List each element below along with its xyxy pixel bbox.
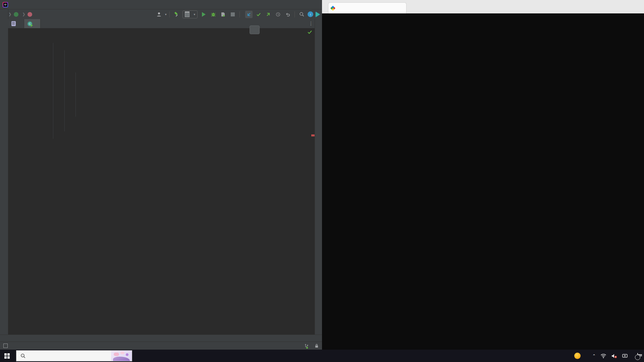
terminal-output[interactable] <box>322 13 644 350</box>
search-everywhere-icon[interactable] <box>298 11 305 18</box>
search-highlights-art[interactable] <box>111 351 132 361</box>
play-icon <box>202 12 206 17</box>
close-button[interactable] <box>629 0 644 13</box>
git-branch-icon <box>305 344 309 348</box>
error-stripe-mark <box>311 134 315 136</box>
notification-badge <box>635 355 640 360</box>
git-update-button[interactable] <box>245 11 253 18</box>
tool-window-bar <box>0 335 322 342</box>
stop-button[interactable] <box>229 11 236 18</box>
git-branch-widget[interactable] <box>305 344 310 348</box>
git-commit-button[interactable] <box>255 11 262 18</box>
rollback-button[interactable] <box>284 11 291 18</box>
weather-text[interactable] <box>585 353 588 358</box>
background-tasks-icon[interactable] <box>3 344 8 348</box>
terminal-window-controls <box>598 0 644 13</box>
status-bar <box>0 342 322 350</box>
volume-muted-icon[interactable] <box>611 354 617 358</box>
intellij-logo-icon <box>3 2 8 7</box>
indent-guide <box>53 43 53 139</box>
indent-guide <box>64 50 65 131</box>
tab-triangledrawer-stuff[interactable] <box>8 19 24 28</box>
branch-status-dot <box>306 347 308 349</box>
git-bash-icon <box>330 5 336 11</box>
weather-sun-icon[interactable] <box>574 353 581 359</box>
indent-guide <box>75 72 76 117</box>
code-editor[interactable] <box>8 28 315 335</box>
history-button[interactable] <box>274 11 282 18</box>
action-center-icon[interactable] <box>637 353 638 358</box>
wifi-icon[interactable] <box>600 354 606 358</box>
run-configuration-select[interactable]: ▾ <box>182 10 198 18</box>
minimize-button[interactable] <box>598 0 613 13</box>
editor-tab-bar: C <box>8 19 315 28</box>
user-account-icon[interactable] <box>155 11 163 18</box>
start-button[interactable] <box>0 350 16 362</box>
breadcrumb: ❯ ❯ <box>6 12 34 17</box>
terminal-tab[interactable] <box>328 2 407 13</box>
git-push-button[interactable] <box>265 11 272 18</box>
ide-menubar <box>0 0 322 9</box>
app-config-icon <box>185 11 190 17</box>
taskbar-search[interactable] <box>16 350 132 361</box>
ide-update-icon[interactable]: ↑ <box>308 11 313 17</box>
class-icon <box>14 12 18 17</box>
chevron-right-icon: ❯ <box>8 12 11 16</box>
windows-logo-icon <box>4 353 7 356</box>
chevron-right-icon: ❯ <box>22 12 25 16</box>
search-icon <box>20 353 25 358</box>
chevron-down-icon: ▾ <box>194 13 195 16</box>
left-tool-stripe <box>0 9 8 342</box>
windows-taskbar: ⌃ <box>0 350 644 362</box>
lock-icon[interactable] <box>315 344 319 348</box>
chevron-down-icon[interactable]: ▾ <box>165 13 167 16</box>
terminal-title-bar[interactable] <box>322 0 644 13</box>
right-tool-stripe <box>315 19 322 335</box>
maximize-button[interactable] <box>613 0 629 13</box>
profiler-button[interactable] <box>219 11 227 18</box>
method-icon <box>28 12 32 17</box>
tab-options-icon[interactable]: ⋮ <box>309 21 313 26</box>
system-tray: ⌃ <box>574 350 644 362</box>
update-project-tooltip <box>250 25 260 34</box>
java-class-icon: C <box>28 21 32 26</box>
stop-icon <box>231 12 235 16</box>
meet-now-icon[interactable] <box>622 354 628 358</box>
intellij-window: ❯ ❯ ▾ ▾ <box>0 0 322 350</box>
run-button[interactable] <box>200 11 207 18</box>
build-hammer-icon[interactable] <box>173 11 180 18</box>
debug-button[interactable] <box>210 11 217 18</box>
tab-triangledrawer-java[interactable]: C <box>24 19 41 28</box>
ide-toolbar: ❯ ❯ ▾ ▾ <box>0 9 322 19</box>
terminal-window <box>322 0 644 350</box>
inspections-ok-icon[interactable] <box>307 29 312 35</box>
code-with-me-icon[interactable] <box>316 12 320 17</box>
hidden-icons-chevron[interactable]: ⌃ <box>592 354 596 358</box>
file-icon <box>11 21 16 26</box>
